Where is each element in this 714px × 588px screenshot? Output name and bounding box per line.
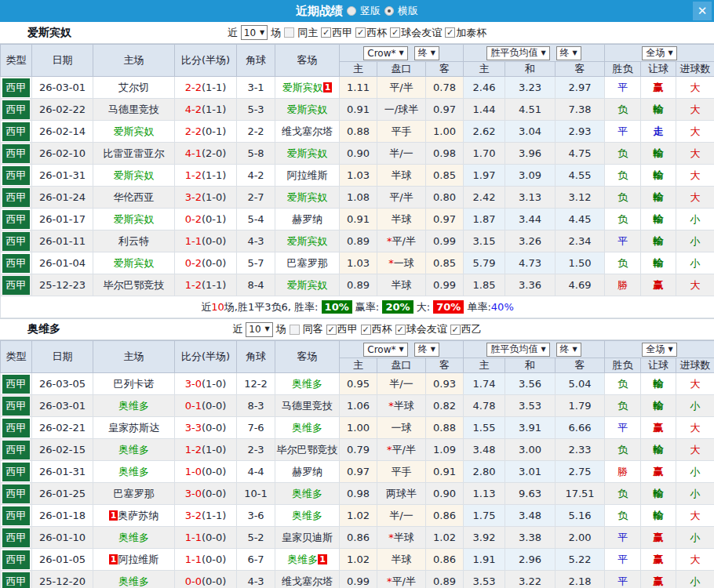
halftime-score: (0-0) — [202, 466, 226, 477]
col-header-eu-away: 客 — [556, 358, 605, 373]
same-away-checkbox[interactable] — [290, 325, 300, 335]
match-count-select[interactable]: 10▼ — [241, 25, 268, 40]
league-badge: 西甲 — [2, 397, 30, 416]
close-icon[interactable]: ✕ — [693, 2, 712, 20]
bookmaker-dropdown[interactable]: Crow*▼ — [363, 343, 407, 357]
team-link: 爱斯宾奴 — [287, 235, 328, 247]
vertical-layout-radio[interactable] — [347, 6, 356, 16]
cell-eu-draw-odds: 3.26 — [505, 230, 556, 252]
cell-ah-line: *一球 — [377, 252, 426, 274]
fulltime-score: 0-2 — [185, 213, 202, 225]
cell-eu-draw-odds: 3.91 — [505, 417, 556, 439]
team-link: 爱斯宾奴 — [114, 257, 155, 269]
team-link: 奥萨苏纳 — [118, 510, 158, 521]
cell-ah-away-odds: 0.89 — [426, 571, 464, 588]
cell-away-team: 毕尔巴鄂竞技 — [275, 439, 340, 461]
cell-score: 1-2(1-1) — [175, 165, 237, 187]
cell-home-team: 1奥萨苏纳 — [93, 505, 175, 527]
col-header-eu-draw: 和 — [505, 62, 556, 77]
summary-record: 场,胜1平3负6, — [224, 301, 294, 313]
halftime-score: (0-1) — [202, 125, 226, 137]
cell-ah-line: 半/一 — [377, 143, 426, 165]
filter-row: 奥维多 近 10▼ 场 同客 ✓西甲 ✓西杯 ✓球会友谊 ✓西乙 — [0, 318, 714, 340]
summary-text: 近 — [201, 301, 211, 313]
scope-dropdown[interactable]: 全场▼ — [642, 46, 676, 60]
vertical-layout-label[interactable]: 竖版 — [360, 4, 381, 18]
handicap-rate-label: 赢率: — [355, 301, 379, 313]
col-header-score: 比分(半场) — [175, 341, 237, 373]
cell-ah-home-odds: 0.95 — [340, 373, 377, 395]
match-row: 西甲26-01-25巴塞罗那3-0(0-0)10-1奥维多0.98两球半0.90… — [1, 483, 714, 505]
cell-eu-draw-odds: 3.44 — [505, 209, 556, 230]
cell-ah-home-odds: 1.08 — [340, 187, 377, 209]
halftime-score: (1-0) — [202, 378, 226, 390]
team-link: 巴塞罗那 — [287, 257, 328, 269]
league-badge: 西甲 — [2, 419, 30, 437]
cell-eu-home-odds: 3.92 — [464, 527, 505, 549]
scope-dropdown[interactable]: 全场▼ — [642, 343, 676, 357]
win-rate-label: 胜率: — [294, 301, 318, 313]
cell-eu-draw-odds: 3.04 — [505, 121, 556, 143]
col-header-ah-away: 客 — [426, 358, 464, 373]
cell-away-team: 爱斯宾奴 — [275, 143, 340, 165]
final-odds-dropdown[interactable]: 终▼ — [414, 343, 439, 357]
league-checkbox-friendly[interactable]: ✓ — [395, 325, 406, 335]
odds-average-dropdown[interactable]: 胜平负均值▼ — [486, 343, 549, 357]
cell-ah-line: 半球 — [377, 165, 426, 187]
fulltime-score: 4-2 — [185, 103, 202, 115]
filter-controls: 近 10▼ 场 同客 ✓西甲 ✓西杯 ✓球会友谊 ✓西乙 — [232, 322, 481, 337]
cell-result-handicap: 赢 — [641, 274, 676, 296]
cell-ah-away-odds: 0.99 — [426, 274, 464, 296]
league-checkbox-copa[interactable]: ✓ — [361, 325, 371, 335]
league-badge: 西甲 — [2, 210, 30, 229]
match-count-select[interactable]: 10▼ — [246, 322, 272, 337]
bookmaker-dropdown[interactable]: Crow*▼ — [363, 46, 407, 60]
cell-ah-home-odds: 0.89 — [340, 230, 377, 252]
cell-ah-line: 半/一 — [377, 505, 426, 527]
match-row: 西甲26-01-051阿拉维斯1-1(0-0)6-7奥维多11.02半球0.86… — [1, 549, 714, 571]
team-link: 爱斯宾奴 — [287, 147, 328, 159]
league-checkbox-copa[interactable]: ✓ — [355, 27, 366, 38]
league-checkbox-laliga[interactable]: ✓ — [326, 325, 337, 335]
cell-ah-line: 平/半 — [377, 77, 426, 99]
league-checkbox-laliga[interactable]: ✓ — [321, 27, 331, 38]
rank-badge: 1 — [109, 510, 118, 521]
league-badge: 西甲 — [2, 78, 30, 97]
cell-result-handicap: 赢 — [641, 571, 676, 588]
same-home-checkbox[interactable] — [284, 27, 294, 38]
cell-away-team: 巴塞罗那 — [275, 252, 340, 274]
league-checkbox-friendly[interactable]: ✓ — [390, 27, 400, 38]
league-checkbox-catalan[interactable]: ✓ — [445, 27, 455, 38]
cell-away-team: 爱斯宾奴 — [275, 230, 340, 252]
cell-result-goals: 小 — [676, 527, 714, 549]
cell-eu-home-odds: 1.74 — [464, 373, 505, 395]
horizontal-layout-radio[interactable] — [384, 6, 394, 16]
horizontal-layout-label[interactable]: 横版 — [398, 4, 418, 18]
cell-result-handicap: 赢 — [641, 461, 676, 483]
odds-average-dropdown[interactable]: 胜平负均值▼ — [486, 46, 549, 60]
cell-result-goals: 小 — [676, 483, 714, 505]
cell-result-handicap: 輸 — [641, 143, 676, 165]
league-checkbox-segunda[interactable]: ✓ — [450, 325, 461, 335]
cell-result-wdl: 平 — [605, 230, 641, 252]
final-odds-dropdown[interactable]: 终▼ — [556, 46, 581, 60]
cell-away-team: 赫罗纳 — [275, 209, 340, 230]
cell-ah-line: 半/一 — [377, 373, 426, 395]
team-link: 巴列卡诺 — [114, 378, 155, 390]
cell-eu-away-odds: 2.33 — [556, 439, 605, 461]
cell-date: 25-12-23 — [32, 274, 93, 296]
cell-date: 26-02-14 — [32, 121, 93, 143]
cell-eu-draw-odds: 3.13 — [505, 187, 556, 209]
cell-date: 26-02-22 — [32, 99, 93, 121]
title-bar: 近期战绩 竖版 横版 ✕ — [0, 0, 714, 22]
cell-ah-away-odds: 0.88 — [426, 417, 464, 439]
chevron-down-icon: ▼ — [260, 30, 264, 36]
cell-eu-away-odds: 5.22 — [556, 549, 605, 571]
final-odds-dropdown[interactable]: 终▼ — [414, 46, 439, 60]
final-odds-dropdown[interactable]: 终▼ — [556, 343, 581, 357]
cell-home-team: 毕尔巴鄂竞技 — [93, 274, 175, 296]
cell-result-wdl: 负 — [605, 439, 641, 461]
cell-eu-draw-odds: 3.09 — [505, 165, 556, 187]
col-header-away: 客场 — [275, 45, 340, 77]
team-link: 奥维多 — [287, 554, 318, 565]
